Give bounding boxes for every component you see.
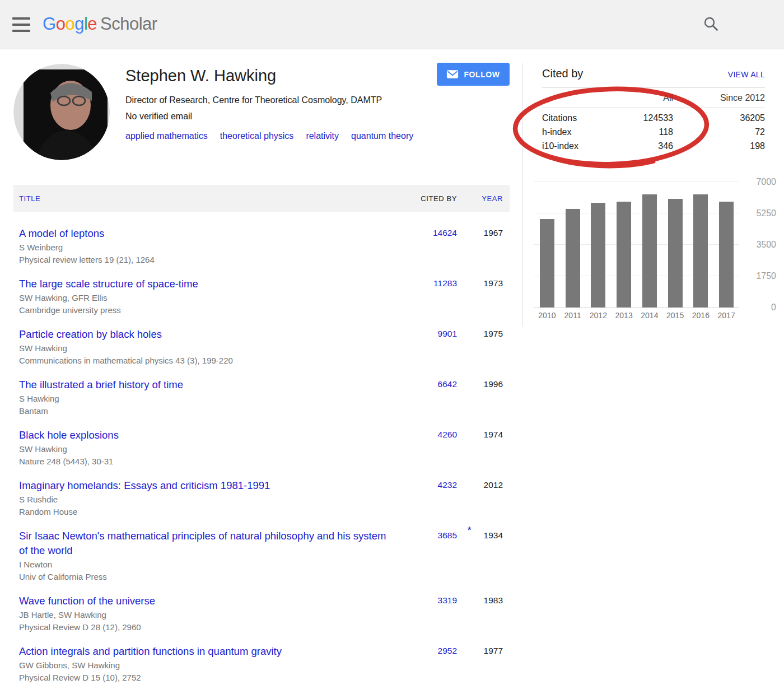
article-cited-count[interactable]: 4232	[438, 480, 457, 490]
stat-value-since: 72	[673, 127, 765, 137]
top-app-bar: GoogleScholar	[0, 0, 784, 49]
chart-x-tick-label: 2013	[611, 311, 637, 320]
article-row: The illustrated a brief history of time …	[13, 378, 510, 417]
chart-bar-2017[interactable]	[719, 202, 734, 308]
article-year: 1975	[457, 327, 503, 366]
article-title-link[interactable]: Imaginary homelands: Essays and criticis…	[19, 479, 270, 491]
logo-letter: e	[87, 14, 97, 34]
stat-value-since: 198	[673, 141, 765, 151]
article-cited-count[interactable]: 3319	[438, 595, 457, 605]
article-row: Black hole explosions SW Hawking Nature …	[13, 428, 510, 467]
articles-table: TITLE CITED BY YEAR A model of leptons S…	[13, 185, 510, 689]
chart-bar-2012[interactable]	[591, 203, 605, 308]
article-title-link[interactable]: Sir Isaac Newton's mathematical principl…	[19, 530, 386, 556]
article-authors: GW Gibbons, SW Hawking	[19, 659, 389, 671]
article-title-link[interactable]: The illustrated a brief history of time	[19, 379, 183, 390]
cited-by-title: Cited by	[542, 67, 583, 80]
interest-link[interactable]: relativity	[306, 129, 339, 143]
logo-letter: G	[43, 14, 56, 34]
sort-by-year-link[interactable]: YEAR	[457, 194, 503, 203]
article-cited-count[interactable]: 14624	[433, 228, 457, 238]
interest-link[interactable]: applied mathematics	[125, 129, 208, 143]
article-cited-count[interactable]: 4260	[438, 430, 457, 439]
interest-link[interactable]: quantum theory	[351, 129, 413, 143]
search-button[interactable]	[701, 15, 721, 35]
cited-by-column-header: CITED BY	[405, 194, 457, 203]
citations-row: Citations 124533 36205	[542, 108, 765, 125]
article-title-link[interactable]: Black hole explosions	[19, 429, 119, 441]
article-cited-count[interactable]: 9901	[438, 329, 457, 338]
logo-letter: o	[56, 14, 66, 34]
sort-by-title-link[interactable]: TITLE	[13, 194, 405, 203]
scholar-logo[interactable]: GoogleScholar	[43, 14, 157, 34]
chart-bar-2014[interactable]	[642, 194, 657, 308]
chart-bar-2015[interactable]	[668, 199, 683, 308]
chart-y-tick-label: 7000	[756, 176, 776, 188]
article-venue: Random House	[19, 506, 389, 518]
article-year: 1996	[457, 378, 503, 417]
email-icon	[446, 69, 459, 79]
logo-letter: g	[74, 14, 84, 34]
article-title-link[interactable]: Action integrals and partition functions…	[19, 645, 282, 657]
menu-button[interactable]	[12, 16, 31, 33]
chart-bar-2011[interactable]	[566, 209, 580, 308]
chart-x-tick-label: 2014	[637, 311, 662, 320]
article-authors: SW Hawking, GFR Ellis	[19, 292, 389, 304]
profile-affiliation: Director of Research, Centre for Theoret…	[125, 93, 432, 107]
articles-table-header: TITLE CITED BY YEAR	[13, 185, 510, 212]
chart-x-tick-label: 2015	[662, 311, 688, 320]
article-cited-count[interactable]: 6642	[438, 379, 457, 389]
article-cited-count[interactable]: 2952	[438, 646, 457, 655]
avatar[interactable]	[13, 64, 110, 160]
article-year: 1967	[457, 226, 503, 266]
article-authors: JB Hartle, SW Hawking	[19, 609, 389, 621]
chart-y-tick-label: 1750	[756, 271, 776, 282]
logo-scholar-text: Scholar	[100, 14, 157, 34]
chart-bar-2010[interactable]	[540, 219, 554, 308]
profile-interests: applied mathematics theoretical physics …	[125, 129, 432, 143]
article-authors: I Newton	[19, 558, 389, 570]
article-venue: Physical Review D 28 (12), 2960	[19, 621, 389, 633]
article-authors: S Rushdie	[19, 494, 389, 505]
article-title-link[interactable]: Wave function of the universe	[19, 595, 155, 607]
article-cited-count[interactable]: 11283	[433, 278, 457, 288]
article-title-link[interactable]: A model of leptons	[19, 227, 104, 239]
chart-bar-2016[interactable]	[693, 194, 708, 308]
article-row: Wave function of the universe JB Hartle,…	[13, 594, 510, 633]
stat-label: Citations	[542, 113, 609, 123]
article-row: Sir Isaac Newton's mathematical principl…	[13, 529, 510, 583]
article-title-link[interactable]: Particle creation by black holes	[19, 328, 162, 340]
article-title-link[interactable]: The large scale structure of space-time	[19, 278, 198, 290]
article-year: 1974	[457, 428, 503, 467]
citations-chart-plot	[534, 182, 739, 308]
article-authors: SW Hawking	[19, 342, 389, 354]
article-year: 1973	[457, 277, 503, 316]
stat-value-all: 118	[609, 127, 673, 137]
hamburger-icon	[12, 24, 30, 26]
chart-gridline	[534, 181, 739, 182]
view-all-link[interactable]: VIEW ALL	[728, 70, 765, 79]
article-row: Particle creation by black holes SW Hawk…	[13, 327, 510, 366]
i10-index-row: i10-index 346 198	[542, 139, 765, 153]
article-cited-count[interactable]: 3685	[438, 530, 457, 540]
article-year: 1983	[457, 594, 503, 633]
stat-value-all: 346	[609, 141, 673, 151]
chart-bar-2013[interactable]	[617, 202, 631, 308]
hamburger-icon	[12, 17, 30, 20]
interest-link[interactable]: theoretical physics	[220, 129, 294, 143]
chart-x-tick-label: 2012	[586, 311, 612, 320]
article-row: Imaginary homelands: Essays and criticis…	[13, 478, 510, 518]
chart-x-tick-label: 2016	[688, 311, 714, 320]
chart-x-tick-label: 2010	[534, 311, 560, 320]
citations-chart: 01750350052507000 2010201120122013201420…	[534, 176, 778, 322]
logo-letter: o	[65, 14, 74, 34]
profile-info: Stephen W. Hawking Director of Research,…	[125, 64, 432, 143]
stat-value-since: 36205	[673, 113, 765, 123]
article-authors: S Weinberg	[19, 241, 389, 253]
article-year: 1934	[457, 529, 503, 583]
h-index-row: h-index 118 72	[542, 125, 765, 139]
follow-label: FOLLOW	[464, 70, 500, 79]
follow-button[interactable]: FOLLOW	[437, 63, 510, 86]
chart-y-axis: 01750350052507000	[739, 182, 776, 308]
stat-label: i10-index	[542, 141, 609, 151]
